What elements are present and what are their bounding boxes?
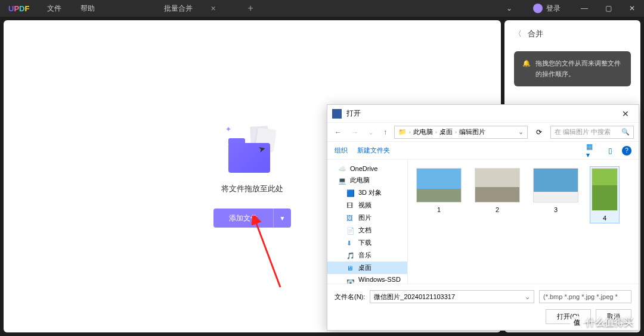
tree-item-此电脑[interactable]: 💻此电脑: [327, 174, 407, 186]
tree-item-音乐[interactable]: 🎵音乐: [327, 249, 407, 262]
file-thumbnail: [416, 168, 462, 203]
dialog-nav: ← → ⌄ ↑ 📁 › 此电脑 › 桌面 › 编辑图片 ⌄ ⟳ 在 编辑图片 中…: [327, 123, 639, 142]
filename-input[interactable]: 微信图片_20240121103317: [370, 290, 534, 303]
music-icon: 🎵: [346, 252, 355, 259]
tip-box: 🔔 拖拽您的文件从而来调整文件的操作顺序。: [514, 51, 631, 86]
minimize-button[interactable]: —: [572, 0, 596, 17]
video-icon: 🎞: [346, 202, 355, 209]
doc-icon: 📄: [346, 227, 355, 234]
dialog-close-icon[interactable]: ✕: [617, 107, 634, 121]
drive-icon: 💽: [346, 279, 355, 284]
tree-item-下载[interactable]: ⬇下载: [327, 237, 407, 249]
add-file-button[interactable]: 添加文件 ▼: [213, 209, 292, 228]
login-label: 登录: [546, 4, 561, 14]
file-item-3[interactable]: 3: [532, 167, 580, 214]
file-type-filter[interactable]: (*.bmp *.png *.jpg *.jpeg *: [539, 290, 631, 303]
add-file-label: 添加文件: [213, 213, 273, 223]
nav-up-icon[interactable]: ↑: [381, 127, 389, 138]
dialog-title: 打开: [346, 108, 361, 119]
watermark-icon: 值: [570, 316, 583, 329]
search-input[interactable]: 在 编辑图片 中搜索 🔍: [550, 126, 634, 139]
chevron-down-icon[interactable]: ⌄: [497, 0, 521, 17]
tree-item-OneDrive[interactable]: ☁️OneDrive: [327, 163, 407, 174]
new-folder-button[interactable]: 新建文件夹: [357, 146, 390, 155]
tree-item-桌面[interactable]: 🖥桌面: [327, 262, 407, 274]
drop-zone-text: 将文件拖放至此处: [221, 183, 283, 194]
breadcrumb-item[interactable]: 编辑图片: [459, 127, 485, 136]
file-name: 1: [437, 206, 441, 213]
tree-item-3D 对象[interactable]: 🟦3D 对象: [327, 186, 407, 199]
login-button[interactable]: 登录: [526, 4, 568, 14]
file-open-dialog: 打开 ✕ ← → ⌄ ↑ 📁 › 此电脑 › 桌面 › 编辑图片 ⌄ ⟳ 在 编…: [327, 104, 639, 331]
cloud-icon: ☁️: [338, 165, 346, 172]
breadcrumb-item[interactable]: 此电脑: [413, 127, 433, 136]
pc-icon: 💻: [338, 177, 346, 184]
file-name: 3: [554, 206, 558, 213]
dialog-titlebar: 打开 ✕: [327, 105, 639, 123]
file-item-1[interactable]: 1: [415, 167, 463, 214]
watermark-text: 什么值得买: [586, 316, 633, 329]
breadcrumb-item[interactable]: 桌面: [439, 127, 453, 136]
organize-menu[interactable]: 组织: [335, 146, 348, 155]
file-list: 1234: [408, 160, 639, 284]
refresh-icon[interactable]: ⟳: [532, 127, 546, 138]
app-logo: UPDF: [0, 4, 38, 13]
file-name: 2: [496, 206, 499, 213]
tip-text: 拖拽您的文件从而来调整文件的操作顺序。: [535, 58, 623, 79]
folder-tree: ☁️OneDrive💻此电脑🟦3D 对象🎞视频🖼图片📄文档⬇下载🎵音乐🖥桌面💽W…: [327, 160, 408, 284]
tab-close-icon[interactable]: ×: [210, 4, 215, 13]
tree-item-视频[interactable]: 🎞视频: [327, 199, 407, 211]
down-icon: ⬇: [346, 239, 355, 247]
sidebar-title: 合并: [528, 29, 543, 39]
help-icon[interactable]: ?: [622, 146, 631, 155]
search-placeholder: 在 编辑图片 中搜索: [555, 127, 611, 136]
folder-illustration: ✦ ➤: [225, 125, 279, 173]
file-thumbnail: [592, 168, 618, 211]
view-mode-icon[interactable]: ▦ ▾: [586, 146, 598, 155]
tree-item-文档[interactable]: 📄文档: [327, 224, 407, 237]
file-item-4[interactable]: 4: [590, 167, 619, 223]
bell-icon: 🔔: [522, 58, 531, 79]
tab-label: 批量合并: [164, 4, 193, 14]
3d-icon: 🟦: [346, 189, 355, 197]
address-bar[interactable]: 📁 › 此电脑 › 桌面 › 编辑图片 ⌄: [394, 126, 528, 139]
avatar-icon: [533, 4, 543, 13]
filename-label: 文件名(N):: [335, 293, 365, 301]
pic-icon: 🖼: [346, 214, 355, 222]
close-button[interactable]: ✕: [620, 0, 644, 17]
nav-history-icon[interactable]: ⌄: [366, 127, 376, 138]
watermark: 值 什么值得买: [570, 316, 633, 329]
menu-help[interactable]: 帮助: [71, 4, 104, 14]
back-arrow-icon[interactable]: 〈: [514, 29, 522, 39]
file-thumbnail: [533, 168, 578, 203]
add-file-dropdown-icon[interactable]: ▼: [273, 209, 292, 228]
dialog-toolbar: 组织 新建文件夹 ▦ ▾ ▯ ?: [327, 142, 639, 160]
nav-forward-icon[interactable]: →: [349, 127, 361, 138]
dialog-app-icon: [332, 109, 342, 119]
search-icon: 🔍: [621, 128, 630, 136]
maximize-button[interactable]: ▢: [596, 0, 620, 17]
tab-batch-merge[interactable]: 批量合并 ×: [140, 4, 239, 14]
tree-item-图片[interactable]: 🖼图片: [327, 211, 407, 224]
menu-file[interactable]: 文件: [38, 4, 71, 14]
file-item-2[interactable]: 2: [473, 167, 521, 214]
nav-back-icon[interactable]: ←: [332, 127, 344, 138]
desk-icon: 🖥: [346, 265, 355, 272]
tab-add-icon[interactable]: +: [240, 3, 262, 14]
tree-item-Windows-SSD ([interactable]: 💽Windows-SSD (: [327, 274, 407, 284]
file-thumbnail: [475, 168, 520, 203]
titlebar: UPDF 文件 帮助 批量合并 × + ⌄ 登录 — ▢ ✕: [0, 0, 644, 17]
preview-pane-icon[interactable]: ▯: [604, 146, 616, 155]
file-name: 4: [603, 214, 606, 222]
